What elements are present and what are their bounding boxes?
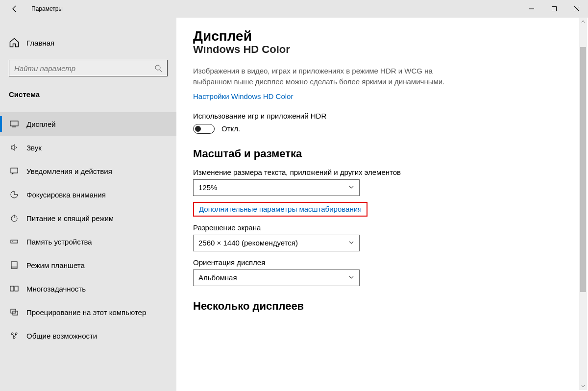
orientation-label: Ориентация дисплея	[193, 258, 571, 267]
resolution-value: 2560 × 1440 (рекомендуется)	[198, 239, 298, 247]
scroll-down-icon[interactable]	[579, 382, 587, 390]
titlebar: Параметры	[0, 0, 588, 18]
sidebar-item-label: Многозадачность	[26, 285, 86, 293]
sidebar-item-power[interactable]: Питание и спящий режим	[0, 206, 176, 230]
hdr-toggle[interactable]	[193, 124, 215, 134]
home-link[interactable]: Главная	[0, 33, 176, 52]
main-content: Дисплей Windows HD Color Изображения в в…	[176, 18, 588, 391]
sound-icon	[9, 143, 20, 152]
chevron-down-icon	[348, 183, 354, 192]
scrollbar[interactable]	[579, 18, 587, 390]
scale-dropdown[interactable]: 125%	[193, 179, 360, 196]
scroll-up-icon[interactable]	[579, 18, 587, 25]
section-label: Система	[0, 90, 176, 102]
sidebar-item-storage[interactable]: Память устройства	[0, 230, 176, 253]
back-button[interactable]	[8, 2, 22, 16]
sidebar-item-sound[interactable]: Звук	[0, 136, 176, 159]
search-field[interactable]	[14, 64, 154, 73]
sidebar-item-label: Питание и спящий режим	[26, 214, 114, 222]
svg-rect-13	[11, 262, 17, 269]
sidebar-item-label: Память устройства	[26, 238, 92, 246]
notifications-icon	[9, 167, 20, 175]
display-icon	[9, 120, 20, 128]
chevron-down-icon	[348, 239, 354, 247]
scale-value: 125%	[198, 183, 217, 192]
svg-point-4	[155, 65, 160, 70]
close-button[interactable]	[565, 0, 588, 18]
svg-rect-6	[10, 121, 18, 126]
resolution-label: Разрешение экрана	[193, 223, 571, 232]
svg-rect-15	[10, 286, 14, 291]
svg-rect-16	[15, 286, 18, 291]
hdr-apps-label: Использование игр и приложений HDR	[193, 112, 571, 120]
sidebar-item-shared[interactable]: Общие возможности	[0, 324, 176, 347]
sidebar-item-label: Фокусировка внимания	[26, 191, 106, 199]
sidebar-item-project[interactable]: Проецирование на этот компьютер	[0, 300, 176, 324]
advanced-scaling-link[interactable]: Дополнительные параметры масштабирования	[199, 205, 362, 213]
power-icon	[9, 214, 20, 222]
maximize-button[interactable]	[543, 0, 565, 18]
window-title: Параметры	[31, 5, 63, 12]
svg-rect-8	[11, 168, 18, 173]
home-icon	[9, 37, 20, 48]
page-title: Дисплей	[193, 28, 571, 44]
sidebar-item-label: Звук	[26, 144, 42, 152]
sidebar-item-label: Уведомления и действия	[26, 167, 112, 175]
minimize-button[interactable]	[520, 0, 543, 18]
search-icon	[154, 64, 162, 72]
storage-icon	[9, 237, 20, 246]
home-label: Главная	[26, 39, 54, 47]
multitasking-icon	[9, 284, 20, 293]
sidebar-item-label: Общие возможности	[26, 332, 97, 340]
svg-line-5	[160, 70, 162, 72]
project-icon	[9, 308, 20, 317]
hd-color-settings-link[interactable]: Настройки Windows HD Color	[193, 92, 293, 100]
sidebar-item-notifications[interactable]: Уведомления и действия	[0, 159, 176, 183]
sidebar-item-label: Дисплей	[26, 120, 56, 128]
shared-icon	[9, 331, 20, 340]
sidebar-item-label: Режим планшета	[26, 261, 85, 269]
sidebar-item-multitasking[interactable]: Многозадачность	[0, 277, 176, 300]
sidebar-item-tablet[interactable]: Режим планшета	[0, 253, 176, 277]
sidebar-item-display[interactable]: Дисплей	[0, 112, 176, 136]
scale-heading: Масштаб и разметка	[193, 147, 571, 160]
focus-icon	[9, 190, 20, 199]
multi-display-heading: Несколько дисплеев	[193, 300, 571, 313]
scale-label: Изменение размера текста, приложений и д…	[193, 168, 571, 176]
sidebar-item-focus[interactable]: Фокусировка внимания	[0, 183, 176, 206]
svg-point-12	[12, 241, 13, 242]
tablet-icon	[9, 261, 20, 269]
orientation-value: Альбомная	[198, 273, 237, 282]
advanced-scaling-highlight: Дополнительные параметры масштабирования	[193, 202, 368, 217]
hd-color-description: Изображения в видео, играх и приложениях…	[193, 66, 448, 87]
resolution-dropdown[interactable]: 2560 × 1440 (рекомендуется)	[193, 235, 360, 251]
search-input[interactable]	[9, 60, 168, 76]
chevron-down-icon	[348, 273, 354, 282]
sidebar-item-label: Проецирование на этот компьютер	[26, 308, 146, 317]
hd-color-heading: Windows HD Color	[193, 46, 571, 57]
svg-point-21	[13, 337, 15, 339]
svg-rect-11	[11, 240, 18, 243]
orientation-dropdown[interactable]: Альбомная	[193, 269, 360, 286]
scroll-thumb[interactable]	[580, 47, 586, 292]
hdr-toggle-state: Откл.	[221, 124, 240, 133]
svg-rect-1	[552, 7, 557, 11]
sidebar: Главная Система Дисплей Звук Уведомления…	[0, 18, 176, 391]
